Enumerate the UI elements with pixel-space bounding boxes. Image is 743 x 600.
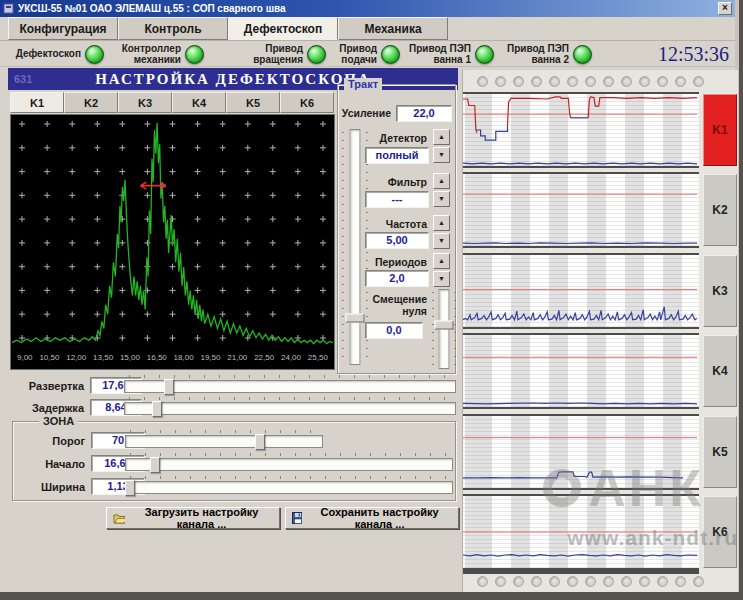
- channel-tab-k6[interactable]: K6: [280, 92, 334, 113]
- perforation-hole: [549, 76, 560, 87]
- periodov-spinner: ▲ ▼: [433, 253, 450, 287]
- filtr-label: Фильтр: [348, 176, 427, 188]
- status-led-icon: [185, 45, 204, 64]
- trakt-group-title: Тракт: [344, 78, 382, 90]
- shirina-slider[interactable]: [125, 476, 453, 497]
- strip-chart: K1 K2 K3 K4 K5 K6 АНК www.ank-ndt.ru: [462, 70, 738, 592]
- usilenie-field[interactable]: 22,0: [396, 105, 452, 122]
- trakt-group: Тракт Усиление 22,0 Детектор ▲ ▼ полный …: [337, 84, 456, 374]
- channel-tab-k2[interactable]: K2: [64, 92, 118, 113]
- chastota-field[interactable]: 5,00: [365, 232, 429, 249]
- razvertka-slider-thumb[interactable]: [164, 379, 174, 395]
- indicator-kontroller-mehaniki: Контроллер механики: [106, 42, 204, 67]
- load-channel-settings-button[interactable]: Загрузить настройку канала ...: [106, 507, 280, 529]
- chart-bottom-bar: [463, 570, 699, 574]
- defectoscope-settings-panel: 631 НАСТРОЙКА ДЕФЕКТОСКОПА K1 K2 K3 K4 K…: [8, 68, 458, 536]
- perforation-hole: [603, 576, 614, 587]
- porog-label: Порог: [13, 435, 85, 447]
- tab-mehanika[interactable]: Механика: [338, 17, 448, 40]
- periodov-field[interactable]: 2,0: [365, 270, 429, 287]
- status-led-icon: [85, 45, 104, 64]
- periodov-label: Периодов: [348, 256, 427, 268]
- slider-track: [350, 129, 361, 365]
- spin-up-icon[interactable]: ▲: [433, 173, 450, 189]
- spin-up-icon[interactable]: ▲: [433, 215, 450, 231]
- channel-tab-k5[interactable]: K5: [226, 92, 280, 113]
- shirina-slider-thumb[interactable]: [125, 480, 135, 496]
- open-folder-icon: [113, 513, 125, 524]
- nachalo-slider[interactable]: [125, 453, 453, 474]
- perforation-hole: [693, 76, 704, 87]
- smeshenie-slider[interactable]: [432, 289, 456, 369]
- perforation-hole: [477, 76, 488, 87]
- razvertka-slider[interactable]: [124, 375, 456, 396]
- slider-track: [125, 435, 323, 448]
- channel-label-k6[interactable]: K6: [703, 496, 737, 568]
- perforations-bottom: [477, 576, 704, 587]
- channel-label-k4[interactable]: K4: [703, 335, 737, 407]
- channel-tab-k4[interactable]: K4: [172, 92, 226, 113]
- ascan-axis-label: 19,50: [200, 353, 220, 367]
- ascan-axis-label: 18,00: [174, 353, 194, 367]
- perforation-hole: [567, 76, 578, 87]
- perforation-hole: [693, 576, 704, 587]
- channel-label-k3[interactable]: K3: [703, 255, 737, 327]
- indicator-row: Дефектоскоп Контроллер механики Привод в…: [0, 40, 735, 67]
- channel-tab-k3[interactable]: K3: [118, 92, 172, 113]
- perforation-hole: [675, 76, 686, 87]
- ascan-axis-label: 13,50: [93, 353, 113, 367]
- ascan-axis: 9,0010,5012,0013,5015,0016,5018,0019,502…: [13, 353, 332, 367]
- filtr-field[interactable]: ---: [365, 191, 429, 208]
- channel-tab-k1[interactable]: K1: [10, 92, 64, 113]
- indicator-label: Контроллер механики: [106, 44, 181, 65]
- ascan-axis-label: 16,50: [147, 353, 167, 367]
- razvertka-label: Развертка: [12, 380, 84, 392]
- channel-label-k2[interactable]: K2: [703, 174, 737, 246]
- shirina-label: Ширина: [13, 481, 85, 493]
- indicator-label: Привод ПЭП ванна 2: [482, 44, 569, 65]
- spin-up-icon[interactable]: ▲: [433, 253, 450, 269]
- indicator-label: Привод вращения: [238, 44, 303, 65]
- save-channel-settings-button[interactable]: Сохранить настройку канала ...: [285, 507, 459, 529]
- spin-down-icon[interactable]: ▼: [433, 147, 450, 163]
- title-bar: УКСШ-55 №01 ОАО ЭЛЕМАШ ц.55 : СОП сварно…: [0, 0, 735, 17]
- spin-down-icon[interactable]: ▼: [433, 233, 450, 249]
- smeshenie-slider-thumb[interactable]: [435, 321, 454, 330]
- zona-group: ЗОНА Порог 70 Начало 16,66 Ширина 1,13: [12, 421, 456, 501]
- channel-label-k1[interactable]: K1: [703, 94, 737, 166]
- spin-down-icon[interactable]: ▼: [433, 271, 450, 287]
- porog-slider-thumb[interactable]: [255, 434, 265, 450]
- perforation-hole: [495, 576, 506, 587]
- porog-slider[interactable]: [125, 430, 323, 451]
- window-title: УКСШ-55 №01 ОАО ЭЛЕМАШ ц.55 : СОП сварно…: [18, 3, 714, 14]
- load-button-label: Загрузить настройку канала ...: [130, 506, 273, 530]
- perforation-hole: [567, 576, 578, 587]
- perforation-hole: [513, 76, 524, 87]
- close-button[interactable]: ×: [718, 2, 732, 15]
- spin-up-icon[interactable]: ▲: [433, 129, 450, 145]
- channel-label-k5[interactable]: K5: [703, 416, 737, 488]
- perforations-top: [477, 76, 704, 87]
- zaderzhka-slider[interactable]: [124, 397, 456, 418]
- ascan-axis-label: 15,00: [120, 353, 140, 367]
- ascan-axis-label: 21,00: [227, 353, 247, 367]
- smeshenie-field[interactable]: 0,0: [365, 322, 423, 339]
- indicator-privod-pep-vanna2: Привод ПЭП ванна 2: [482, 42, 592, 67]
- perforation-hole: [675, 576, 686, 587]
- perforation-hole: [639, 76, 650, 87]
- strip-k3: [463, 253, 699, 329]
- perforation-hole: [477, 576, 488, 587]
- tab-kontrol[interactable]: Контроль: [118, 17, 228, 40]
- ascan-axis-label: 22,50: [254, 353, 274, 367]
- spin-down-icon[interactable]: ▼: [433, 191, 450, 207]
- tab-konfiguracija[interactable]: Конфигурация: [8, 17, 118, 40]
- app-icon: [3, 3, 14, 14]
- detektor-field[interactable]: полный: [365, 147, 429, 164]
- strip-k1: [463, 92, 699, 168]
- tab-defektoskop[interactable]: Дефектоскоп: [228, 17, 338, 40]
- ascan-axis-label: 24,00: [281, 353, 301, 367]
- perforation-hole: [513, 576, 524, 587]
- zaderzhka-slider-thumb[interactable]: [152, 401, 162, 417]
- slider-ticks: [129, 375, 451, 378]
- nachalo-slider-thumb[interactable]: [150, 457, 160, 473]
